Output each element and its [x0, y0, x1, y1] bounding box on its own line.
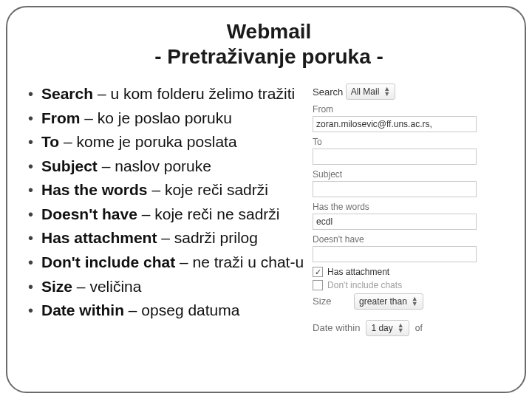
bullet-desc: – koje reči ne sadrži — [137, 205, 280, 222]
subject-row: Subject — [313, 169, 477, 197]
has-attachment-row: Has attachment — [313, 267, 477, 277]
date-within-select[interactable]: 1 day ▲▼ — [366, 320, 409, 336]
bullet-list: Search – u kom folderu želimo tražiti Fr… — [22, 82, 304, 341]
date-within-value: 1 day — [371, 323, 392, 333]
bullet-desc: – naslov poruke — [98, 157, 211, 174]
list-item: Date within – opseg datuma — [28, 299, 304, 323]
list-item: Search – u kom folderu želimo tražiti — [28, 82, 304, 106]
list-item: From – ko je poslao poruku — [28, 106, 304, 131]
has-words-label: Has the words — [313, 202, 477, 212]
title-line-2: - Pretraživanje poruka - — [154, 45, 383, 68]
from-input[interactable] — [313, 116, 477, 132]
subject-label: Subject — [313, 169, 477, 180]
has-attachment-label: Has attachment — [327, 267, 389, 277]
has-words-row: Has the words — [313, 202, 477, 230]
has-words-input[interactable] — [313, 214, 477, 230]
bullet-desc: – koje reči sadrži — [148, 181, 268, 198]
bullet-term: Has the words — [41, 181, 148, 198]
updown-icon: ▲▼ — [383, 86, 390, 97]
search-folder-select[interactable]: All Mail ▲▼ — [346, 83, 396, 100]
dont-include-chats-checkbox[interactable] — [313, 280, 323, 290]
bullet-term: Has attachment — [41, 229, 157, 246]
size-select[interactable]: greater than ▲▼ — [354, 293, 423, 310]
from-label: From — [313, 104, 477, 115]
size-label: Size — [313, 296, 348, 307]
bullet-term: Date within — [41, 301, 124, 318]
bullet-term: Size — [41, 278, 72, 295]
size-select-value: greater than — [359, 296, 407, 307]
doesnt-have-row: Doesn't have — [313, 234, 477, 262]
search-row: Search All Mail ▲▼ — [313, 83, 477, 100]
title-line-1: Webmail — [227, 20, 312, 43]
list-item: Doesn't have – koje reči ne sadrži — [28, 202, 304, 227]
from-row: From — [313, 104, 477, 132]
date-within-label: Date within — [313, 322, 360, 333]
list-item: To – kome je poruka poslata — [28, 130, 304, 154]
slide-title: Webmail - Pretraživanje poruka - — [22, 19, 516, 69]
bullet-term: Subject — [41, 157, 98, 174]
doesnt-have-label: Doesn't have — [313, 234, 477, 245]
bullet-desc: – sadrži prilog — [157, 229, 258, 246]
size-row: Size greater than ▲▼ — [313, 293, 477, 310]
content-row: Search – u kom folderu želimo tražiti Fr… — [22, 82, 516, 341]
list-item: Don't include chat – ne traži u chat-u — [28, 250, 304, 275]
slide-frame: Webmail - Pretraživanje poruka - Search … — [6, 6, 526, 393]
bullet-desc: – u kom folderu želimo tražiti — [93, 85, 295, 102]
bullet-desc: – veličina — [72, 278, 141, 295]
search-folder-value: All Mail — [351, 86, 380, 97]
updown-icon: ▲▼ — [398, 323, 404, 333]
updown-icon: ▲▼ — [412, 296, 418, 307]
bullet-term: From — [41, 109, 81, 126]
date-within-row: Date within 1 day ▲▼ of — [313, 320, 477, 336]
bullet-desc: – kome je poruka poslata — [59, 133, 236, 150]
of-label: of — [415, 323, 423, 333]
search-options-panel: Search All Mail ▲▼ From To Subject Has t… — [310, 82, 480, 341]
search-label: Search — [313, 86, 343, 98]
to-row: To — [313, 137, 477, 165]
to-input[interactable] — [313, 149, 477, 165]
bullet-term: Search — [41, 85, 93, 102]
list-item: Has the words – koje reči sadrži — [28, 178, 304, 202]
list-item: Has attachment – sadrži prilog — [28, 226, 304, 250]
bullet-term: Doesn't have — [41, 205, 137, 222]
bullet-desc: – ko je poslao poruku — [81, 109, 232, 126]
bullet-desc: – ne traži u chat-u — [175, 253, 304, 270]
subject-input[interactable] — [313, 181, 477, 197]
dont-include-chats-row: Don't include chats — [313, 280, 477, 290]
to-label: To — [313, 137, 477, 147]
bullet-term: To — [41, 133, 59, 150]
list-item: Subject – naslov poruke — [28, 154, 304, 179]
dont-include-chats-label: Don't include chats — [327, 280, 402, 290]
list-item: Size – veličina — [28, 275, 304, 299]
doesnt-have-input[interactable] — [313, 246, 477, 262]
has-attachment-checkbox[interactable] — [313, 267, 323, 277]
bullet-term: Don't include chat — [41, 253, 175, 270]
bullet-desc: – opseg datuma — [124, 301, 239, 318]
